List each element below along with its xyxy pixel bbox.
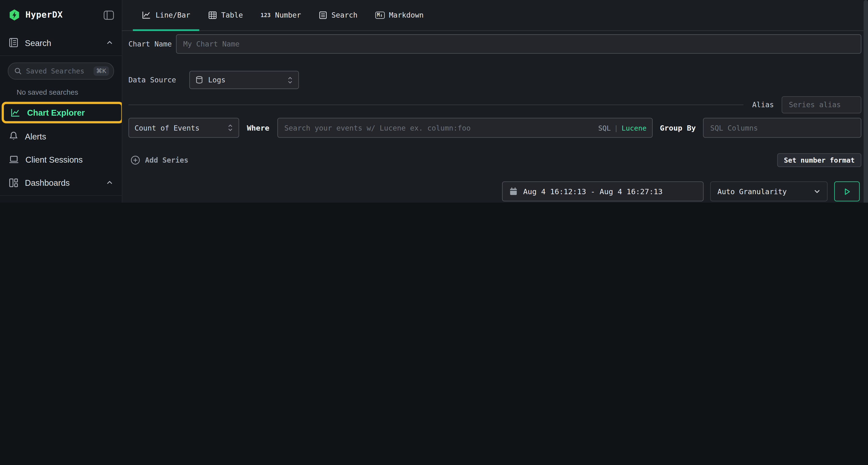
collapse-sidebar-icon[interactable]	[103, 10, 114, 20]
query-language-toggle: SQL | Lucene	[598, 118, 646, 138]
hyperdx-app: HyperDX Search	[0, 0, 868, 203]
laptop-icon	[9, 155, 19, 164]
search-list-icon	[319, 11, 327, 19]
add-series-label: Add Series	[145, 156, 189, 164]
time-controls-row: Aug 4 16:12:13 - Aug 4 16:27:13 Auto Gra…	[122, 181, 868, 201]
granularity-select[interactable]: Auto Granularity	[710, 181, 828, 201]
series-row: Count of Events Where SQL | Lucene Group…	[122, 118, 868, 138]
calendar-icon	[509, 187, 518, 196]
toggle-divider: |	[614, 124, 618, 132]
tab-line-bar[interactable]: Line/Bar	[133, 0, 199, 30]
chart-name-input[interactable]	[176, 34, 861, 54]
date-range-picker[interactable]: Aug 4 16:12:13 - Aug 4 16:27:13	[502, 181, 704, 201]
alias-row: Alias	[122, 96, 868, 113]
granularity-value: Auto Granularity	[717, 187, 814, 195]
brand-name: HyperDX	[26, 10, 63, 20]
table-icon	[208, 11, 217, 19]
search-icon	[14, 67, 22, 75]
lucene-toggle-button[interactable]: Lucene	[622, 124, 647, 132]
sidebar-item-label: Search	[25, 38, 51, 47]
sidebar-item-label: Client Sessions	[26, 155, 83, 164]
no-saved-searches-text: No saved searches	[17, 88, 122, 96]
data-source-label: Data Source	[128, 76, 189, 84]
chevron-down-icon	[814, 189, 820, 194]
data-source-select[interactable]: Logs	[189, 71, 299, 89]
aggregation-select[interactable]: Count of Events	[128, 118, 239, 138]
saved-searches-shortcut: ⌘K	[93, 66, 109, 76]
sidebar-item-alerts[interactable]: Alerts	[0, 128, 122, 144]
chevron-up-icon[interactable]	[106, 40, 113, 45]
sidebar-item-label: Alerts	[25, 131, 46, 141]
group-by-label: Group By	[660, 123, 696, 132]
tab-label: Number	[275, 11, 301, 19]
scrollbar-track	[864, 0, 868, 203]
select-chevrons-icon	[287, 76, 293, 84]
data-source-row: Data Source Logs	[122, 71, 868, 89]
select-chevrons-icon	[227, 124, 233, 132]
tab-label: Line/Bar	[156, 11, 190, 19]
chart-type-tabbar: Line/Bar Table 123 Number	[122, 0, 868, 31]
sidebar-divider	[0, 56, 122, 56]
where-label: Where	[247, 123, 269, 132]
search-section-icon	[9, 38, 18, 47]
line-chart-icon	[10, 108, 21, 117]
markdown-icon: M↓	[375, 11, 384, 19]
saved-searches-placeholder: Saved Searches	[26, 67, 93, 75]
bell-icon	[9, 131, 18, 141]
number-123-icon: 123	[261, 12, 271, 18]
run-query-play-button[interactable]	[834, 181, 860, 201]
tab-search[interactable]: Search	[310, 0, 366, 30]
sidebar: HyperDX Search	[0, 0, 122, 203]
dashboards-icon	[9, 178, 18, 187]
plus-circle-icon	[131, 156, 140, 165]
main-content: Line/Bar Table 123 Number	[122, 0, 868, 203]
add-series-button[interactable]: Add Series	[131, 156, 188, 165]
add-series-row: Add Series Set number format	[122, 153, 868, 167]
tab-label: Search	[332, 11, 358, 19]
alias-label: Alias	[752, 101, 774, 109]
alias-divider-line	[128, 105, 743, 105]
sidebar-item-dashboards[interactable]: Dashboards	[0, 174, 122, 191]
aggregation-value: Count of Events	[134, 124, 199, 132]
sidebar-divider	[0, 195, 122, 196]
logo-row: HyperDX	[0, 0, 122, 28]
tab-label: Markdown	[389, 11, 424, 19]
group-by-input[interactable]	[703, 118, 862, 138]
data-source-value: Logs	[208, 76, 225, 84]
database-icon	[195, 76, 203, 84]
saved-searches-input[interactable]: Saved Searches ⌘K	[8, 62, 114, 79]
series-alias-input[interactable]	[782, 96, 862, 113]
where-search-input[interactable]	[277, 118, 652, 138]
sql-toggle-button[interactable]: SQL	[598, 124, 611, 132]
line-chart-icon	[142, 11, 151, 19]
sidebar-item-client-sessions[interactable]: Client Sessions	[0, 151, 122, 168]
tab-markdown[interactable]: M↓ Markdown	[366, 0, 432, 30]
chevron-up-icon[interactable]	[106, 180, 113, 185]
sidebar-item-label: Dashboards	[25, 178, 70, 187]
sidebar-item-search[interactable]: Search	[0, 34, 122, 51]
chart-explorer-label: Chart Explorer	[27, 108, 85, 117]
where-input-wrap: SQL | Lucene	[277, 118, 652, 138]
date-range-value: Aug 4 16:12:13 - Aug 4 16:27:13	[523, 187, 662, 196]
chart-name-row: Chart Name	[122, 34, 868, 54]
set-number-format-button[interactable]: Set number format	[777, 153, 862, 167]
tab-number[interactable]: 123 Number	[252, 0, 310, 30]
tab-label: Table	[221, 11, 243, 19]
scrollbar-thumb[interactable]	[864, 0, 868, 203]
chart-name-label: Chart Name	[128, 40, 176, 48]
sidebar-item-chart-explorer[interactable]: Chart Explorer	[2, 102, 123, 123]
tab-table[interactable]: Table	[199, 0, 252, 30]
hyperdx-logo-icon	[8, 9, 21, 21]
